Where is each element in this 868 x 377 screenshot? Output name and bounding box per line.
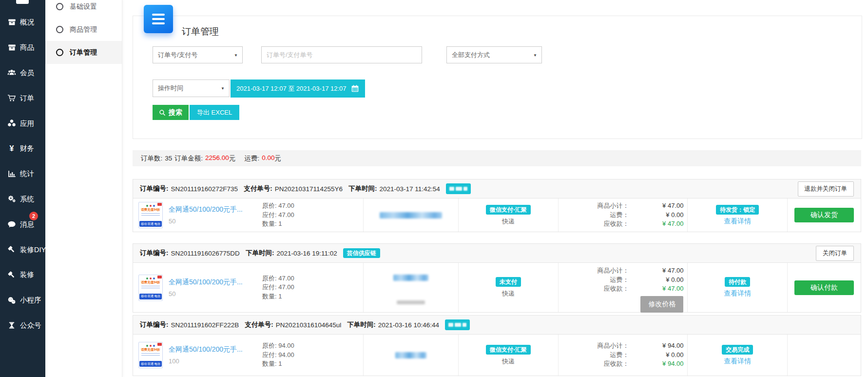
sidebar-item-orders[interactable]: 订单 (0, 85, 45, 111)
order-no-value: SN2011191602FF222B (171, 321, 239, 329)
order-card: 订单编号: SN20111916026775DD 下单时间: 2021-03-1… (133, 243, 861, 313)
buyer-cell (363, 263, 458, 312)
calendar-icon (351, 84, 359, 93)
price-info: 原价: 47.00 应付: 47.00 数量: 1 (262, 274, 294, 301)
sidebar-item-goods[interactable]: 商品 (0, 35, 45, 60)
close-order-button[interactable]: 关闭订单 (816, 246, 854, 261)
submenu-item-label: 基础设置 (70, 2, 97, 11)
sidebar-item-decorate-diy[interactable]: 装修DIY (0, 237, 45, 262)
order-no-value: SN201119160272F735 (171, 185, 238, 193)
order-status-badge: 待付款 (725, 277, 750, 287)
order-row: 话费充值94折 移动 联通 电信 全网通50/100/200元手... 50 原… (133, 198, 861, 232)
product-spec: 50 (169, 290, 262, 298)
buyer-info-masked (397, 300, 425, 304)
circle-icon (56, 49, 63, 56)
keyword-input[interactable] (261, 46, 422, 63)
export-excel-button[interactable]: 导出 EXCEL (190, 105, 239, 120)
bar-chart-icon (6, 170, 17, 178)
order-status-badge: 交易完成 (722, 345, 753, 355)
sidebar-item-label: 系统 (20, 195, 34, 204)
sidebar-item-official-account[interactable]: 公众号 (0, 313, 45, 338)
secondary-sidebar: 基础设置 商品管理 订单管理 (45, 0, 122, 377)
sidebar-item-overview[interactable]: 概况 (0, 10, 45, 35)
product-name-link[interactable]: 全网通50/100/200元手... (169, 278, 262, 287)
product-name-link[interactable]: 全网通50/100/200元手... (169, 345, 262, 354)
product-name-link[interactable]: 全网通50/100/200元手... (169, 205, 262, 214)
order-status-badge: 待发货：锁定 (716, 205, 759, 215)
submenu-item-basic-settings[interactable]: 基础设置 (45, 0, 122, 18)
order-time-value: 2021-03-17 11:42:54 (380, 185, 440, 193)
product-thumbnail: 话费充值94折 移动 联通 电信 (138, 202, 163, 228)
status-cell: 交易完成 查看详情 (687, 335, 787, 376)
amounts-cell: 商品小计：¥ 94.00 运费：¥ 0.00 应收款：¥ 94.00 (558, 335, 688, 376)
pay-no-value: PN20210317114255Y6 (275, 185, 343, 193)
action-cell (787, 335, 861, 376)
cut-off-menu-icon (16, 0, 29, 4)
cart-icon (6, 94, 17, 102)
gears-icon (6, 195, 17, 203)
delivery-type: 快递 (502, 357, 515, 366)
search-button[interactable]: 搜索 (153, 105, 189, 120)
sidebar-item-label: 消息 (20, 220, 34, 229)
collapse-menu-button[interactable] (144, 5, 173, 33)
sidebar-item-stats[interactable]: 统计 (0, 161, 45, 187)
order-card: 订单编号: SN2011191602FF222B 支付单号: PN2021031… (133, 315, 861, 376)
search-type-value: 订单号/支付号 (158, 51, 198, 60)
order-time-label: 下单时间: (246, 249, 274, 258)
payment-cell: 微信支付-汇聚 快递 (458, 198, 558, 232)
thumb-text: 话费充值94折 (141, 208, 160, 212)
refund-close-order-button[interactable]: 退款并关闭订单 (798, 181, 854, 197)
main-content: 订单管理 订单号/支付号 ▼ 全部支付方式 ▼ 操作时间 ▼ 2021-03-1… (122, 0, 868, 377)
pay-no-value: PN20210316104645ul (276, 321, 341, 329)
pay-method-select[interactable]: 全部支付方式 ▼ (446, 46, 542, 63)
order-no-label: 订单编号: (140, 184, 169, 193)
view-detail-link[interactable]: 查看详情 (724, 357, 751, 366)
shipping-total-label: 运费: (244, 154, 259, 163)
sidebar-item-apps[interactable]: 应用 (0, 111, 45, 136)
submenu-item-goods-management[interactable]: 商品管理 (45, 18, 122, 41)
status-cell: 待付款 查看详情 (687, 263, 787, 312)
sidebar-item-decorate[interactable]: 装修 (0, 262, 45, 288)
sidebar-item-miniprogram[interactable]: 小程序 (0, 288, 45, 313)
order-time-label: 下单时间: (347, 320, 376, 329)
sidebar-item-members[interactable]: 会员 (0, 60, 45, 86)
date-range-button[interactable]: 2021-03-17 12:07 至 2021-03-17 12:07 (231, 79, 365, 98)
submenu-item-order-management[interactable]: 订单管理 (45, 41, 122, 64)
time-type-select[interactable]: 操作时间 ▼ (153, 79, 230, 97)
modify-price-button[interactable]: 修改价格 (640, 296, 683, 313)
thumb-text: 移动 联通 电信 (139, 221, 161, 227)
buyer-name-masked (395, 352, 426, 358)
search-type-select[interactable]: 订单号/支付号 ▼ (153, 46, 243, 63)
sidebar-item-system[interactable]: 系统 (0, 187, 45, 212)
unit-label: 元 (274, 154, 281, 163)
price-info: 原价: 94.00 应付: 94.00 数量: 1 (262, 341, 294, 369)
message-count-badge: 2 (29, 212, 38, 220)
hourglass-icon (6, 321, 17, 329)
order-row: 话费充值94折 移动 联通 电信 全网通50/100/200元手... 50 原… (133, 263, 861, 312)
confirm-pay-button[interactable]: 确认付款 (794, 280, 854, 295)
chevron-down-icon: ▼ (234, 53, 238, 57)
sidebar-item-messages[interactable]: 消息 2 (0, 212, 45, 237)
sidebar-item-label: 概况 (20, 18, 34, 27)
sidebar-item-label: 商品 (20, 43, 34, 52)
time-type-value: 操作时间 (158, 84, 183, 93)
order-time-label: 下单时间: (348, 184, 377, 193)
view-detail-link[interactable]: 查看详情 (724, 289, 751, 298)
product-spec: 50 (169, 218, 262, 225)
order-no-label: 订单编号: (140, 249, 169, 258)
product-cell: 话费充值94折 移动 联通 电信 全网通50/100/200元手... 50 原… (133, 263, 363, 312)
sidebar-item-finance[interactable]: ¥ 财务 (0, 136, 45, 161)
thumb-text: 话费充值94折 (141, 280, 160, 285)
order-amount-label: 订单金额: (174, 154, 203, 163)
buyer-cell (363, 335, 458, 376)
sidebar-item-label: 应用 (20, 119, 34, 128)
confirm-ship-button[interactable]: 确认发货 (794, 208, 854, 222)
order-row: 话费充值94折 移动 联通 电信 全网通50/100/200元手... 100 … (133, 335, 861, 376)
chevron-down-icon: ▼ (533, 53, 537, 57)
primary-nav: 概况 商品 会员 订单 应用 ¥ 财务 (0, 0, 45, 338)
view-detail-link[interactable]: 查看详情 (724, 217, 751, 226)
amounts-cell: 商品小计：¥ 47.00 运费：¥ 0.00 应收款：¥ 47.00 修改价格 (558, 263, 688, 312)
payment-cell: 未支付 快递 (458, 263, 558, 312)
pay-no-label: 支付单号: (244, 184, 272, 193)
product-spec: 100 (169, 357, 262, 365)
